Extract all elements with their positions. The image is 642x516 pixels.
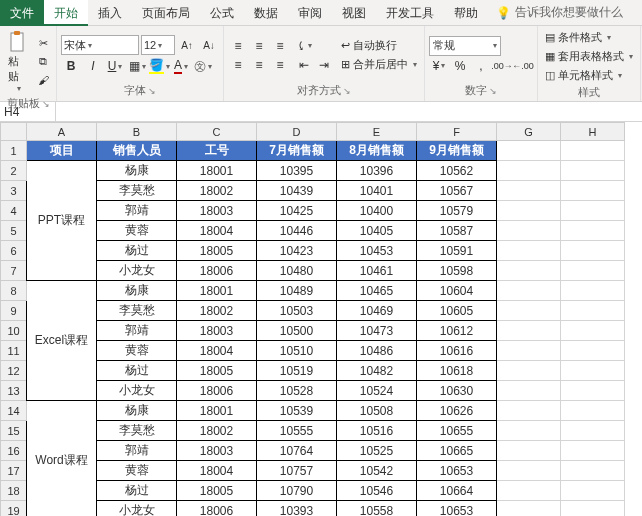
data-cell[interactable]: 黄蓉 — [97, 461, 177, 481]
data-cell[interactable]: 10524 — [337, 381, 417, 401]
conditional-format-button[interactable]: ▤条件格式▾ — [542, 28, 636, 46]
project-cell[interactable]: Excel课程 — [27, 281, 97, 401]
data-cell[interactable]: 18003 — [177, 201, 257, 221]
cell[interactable] — [561, 461, 625, 481]
data-cell[interactable]: 18002 — [177, 421, 257, 441]
cut-button[interactable]: ✂ — [34, 36, 52, 52]
data-cell[interactable]: 10562 — [417, 161, 497, 181]
data-cell[interactable]: 郭靖 — [97, 441, 177, 461]
data-cell[interactable]: 杨过 — [97, 361, 177, 381]
orientation-button[interactable]: ⤹▾ — [294, 37, 314, 55]
cell[interactable] — [561, 281, 625, 301]
cell[interactable] — [561, 441, 625, 461]
data-cell[interactable]: 杨过 — [97, 241, 177, 261]
data-cell[interactable]: 18003 — [177, 441, 257, 461]
underline-button[interactable]: U▾ — [105, 57, 125, 75]
cell[interactable] — [497, 421, 561, 441]
comma-button[interactable]: , — [471, 57, 491, 75]
tab-help[interactable]: 帮助 — [444, 0, 488, 26]
data-cell[interactable]: 18006 — [177, 501, 257, 517]
tab-file[interactable]: 文件 — [0, 0, 44, 26]
cell[interactable] — [497, 261, 561, 281]
data-cell[interactable]: 18004 — [177, 221, 257, 241]
cell[interactable] — [561, 161, 625, 181]
data-cell[interactable]: 10500 — [257, 321, 337, 341]
cell[interactable] — [497, 201, 561, 221]
align-top-button[interactable]: ≡ — [228, 37, 248, 55]
data-cell[interactable]: 18005 — [177, 361, 257, 381]
data-cell[interactable]: 10764 — [257, 441, 337, 461]
name-box[interactable]: H4 — [0, 102, 56, 122]
cell[interactable] — [497, 481, 561, 501]
decrease-font-button[interactable]: A↓ — [199, 36, 219, 54]
row-header-13[interactable]: 13 — [1, 381, 27, 401]
launcher-icon[interactable]: ↘ — [148, 86, 156, 96]
data-cell[interactable]: 10519 — [257, 361, 337, 381]
align-center-button[interactable]: ≡ — [249, 56, 269, 74]
header-cell[interactable]: 9月销售额 — [417, 141, 497, 161]
wrap-text-button[interactable]: ↩自动换行 — [338, 37, 420, 55]
cell[interactable] — [497, 241, 561, 261]
row-header-8[interactable]: 8 — [1, 281, 27, 301]
data-cell[interactable]: 10396 — [337, 161, 417, 181]
data-cell[interactable]: 黄蓉 — [97, 341, 177, 361]
data-cell[interactable]: 10605 — [417, 301, 497, 321]
cell[interactable] — [561, 421, 625, 441]
data-cell[interactable]: 杨康 — [97, 161, 177, 181]
data-cell[interactable]: 小龙女 — [97, 501, 177, 517]
data-cell[interactable]: 10653 — [417, 461, 497, 481]
increase-indent-button[interactable]: ⇥ — [314, 56, 334, 74]
row-header-4[interactable]: 4 — [1, 201, 27, 221]
data-cell[interactable]: 18002 — [177, 181, 257, 201]
select-all-corner[interactable] — [1, 123, 27, 141]
data-cell[interactable]: 黄蓉 — [97, 221, 177, 241]
project-cell[interactable]: PPT课程 — [27, 161, 97, 281]
data-cell[interactable]: 10757 — [257, 461, 337, 481]
cell[interactable] — [497, 141, 561, 161]
col-header-F[interactable]: F — [417, 123, 497, 141]
data-cell[interactable]: 10465 — [337, 281, 417, 301]
align-left-button[interactable]: ≡ — [228, 56, 248, 74]
cell[interactable] — [497, 321, 561, 341]
data-cell[interactable]: 郭靖 — [97, 201, 177, 221]
cell[interactable] — [561, 501, 625, 517]
data-cell[interactable]: 10587 — [417, 221, 497, 241]
tab-formulas[interactable]: 公式 — [200, 0, 244, 26]
font-name-select[interactable]: 宋体▾ — [61, 35, 139, 55]
cell[interactable] — [561, 481, 625, 501]
cell[interactable] — [561, 181, 625, 201]
cell-styles-button[interactable]: ◫单元格样式▾ — [542, 66, 636, 84]
data-cell[interactable]: 18006 — [177, 381, 257, 401]
launcher-icon[interactable]: ↘ — [343, 86, 351, 96]
header-cell[interactable]: 项目 — [27, 141, 97, 161]
data-cell[interactable]: 10405 — [337, 221, 417, 241]
row-header-3[interactable]: 3 — [1, 181, 27, 201]
row-header-15[interactable]: 15 — [1, 421, 27, 441]
row-header-5[interactable]: 5 — [1, 221, 27, 241]
data-cell[interactable]: 18005 — [177, 241, 257, 261]
header-cell[interactable]: 7月销售额 — [257, 141, 337, 161]
percent-button[interactable]: % — [450, 57, 470, 75]
data-cell[interactable]: 10591 — [417, 241, 497, 261]
row-header-17[interactable]: 17 — [1, 461, 27, 481]
data-cell[interactable]: 10395 — [257, 161, 337, 181]
data-cell[interactable]: 18001 — [177, 281, 257, 301]
data-cell[interactable]: 10489 — [257, 281, 337, 301]
data-cell[interactable]: 李莫愁 — [97, 301, 177, 321]
data-cell[interactable]: 10665 — [417, 441, 497, 461]
data-cell[interactable]: 10653 — [417, 501, 497, 517]
bold-button[interactable]: B — [61, 57, 81, 75]
data-cell[interactable]: 10486 — [337, 341, 417, 361]
data-cell[interactable]: 10579 — [417, 201, 497, 221]
worksheet-grid[interactable]: ABCDEFGH1项目销售人员工号7月销售额8月销售额9月销售额2PPT课程杨康… — [0, 122, 642, 516]
cell[interactable] — [561, 301, 625, 321]
cell[interactable] — [497, 361, 561, 381]
row-header-2[interactable]: 2 — [1, 161, 27, 181]
tab-data[interactable]: 数据 — [244, 0, 288, 26]
cell[interactable] — [497, 161, 561, 181]
data-cell[interactable]: 10598 — [417, 261, 497, 281]
data-cell[interactable]: 10446 — [257, 221, 337, 241]
row-header-12[interactable]: 12 — [1, 361, 27, 381]
col-header-D[interactable]: D — [257, 123, 337, 141]
cell[interactable] — [497, 441, 561, 461]
